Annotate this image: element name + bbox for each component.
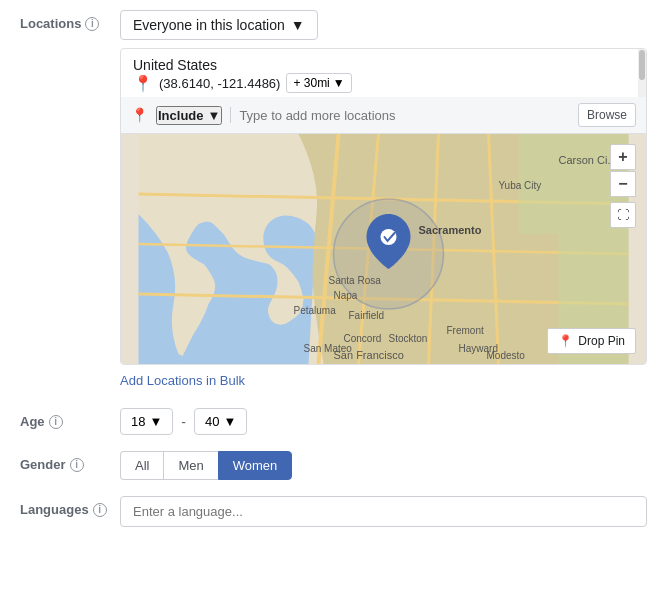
- fullscreen-icon: ⛶: [617, 208, 629, 222]
- location-search-input[interactable]: [239, 108, 570, 123]
- svg-text:Santa Rosa: Santa Rosa: [329, 275, 382, 286]
- svg-text:Yuba City: Yuba City: [499, 180, 542, 191]
- gender-content: All Men Women: [120, 451, 647, 480]
- gender-label: Gender i: [20, 451, 120, 472]
- radius-value: + 30mi: [293, 76, 329, 90]
- gender-buttons: All Men Women: [120, 451, 647, 480]
- age-dash: -: [181, 414, 186, 430]
- age-max-select[interactable]: 40 ▼: [194, 408, 247, 435]
- add-bulk-text: Add Locations in Bulk: [120, 373, 245, 388]
- svg-text:Modesto: Modesto: [487, 350, 526, 361]
- age-label: Age i: [20, 408, 120, 429]
- location-country: United States: [133, 57, 634, 73]
- zoom-out-icon: −: [618, 175, 627, 193]
- include-bar: 📍 Include ▼ Browse: [121, 97, 646, 134]
- languages-info-icon[interactable]: i: [93, 503, 107, 517]
- languages-label-text: Languages: [20, 502, 89, 517]
- age-min-value: 18: [131, 414, 145, 429]
- map-container: Carson Ci... Yuba City Sacramento Santa …: [121, 134, 646, 364]
- scrollbar-track: [638, 49, 646, 97]
- svg-text:Carson Ci...: Carson Ci...: [559, 154, 617, 166]
- age-row: Age i 18 ▼ - 40 ▼: [20, 408, 647, 435]
- location-pin-icon: 📍: [133, 74, 153, 93]
- age-selects: 18 ▼ - 40 ▼: [120, 408, 647, 435]
- age-content: 18 ▼ - 40 ▼: [120, 408, 647, 435]
- scrollbar-thumb: [639, 50, 645, 80]
- gender-women-label: Women: [233, 458, 278, 473]
- zoom-in-icon: +: [618, 148, 627, 166]
- svg-text:Napa: Napa: [334, 290, 358, 301]
- gender-all-button[interactable]: All: [120, 451, 163, 480]
- locations-dropdown-label: Everyone in this location: [133, 17, 285, 33]
- add-bulk-link[interactable]: Add Locations in Bulk: [120, 365, 245, 392]
- include-pin-icon: 📍: [131, 107, 148, 123]
- svg-text:Petaluma: Petaluma: [294, 305, 337, 316]
- include-divider: [230, 107, 231, 123]
- languages-input[interactable]: [120, 496, 647, 527]
- radius-button[interactable]: + 30mi ▼: [286, 73, 351, 93]
- locations-info-icon[interactable]: i: [85, 17, 99, 31]
- age-label-text: Age: [20, 414, 45, 429]
- map-controls: + − ⛶: [610, 144, 636, 228]
- age-max-arrow: ▼: [223, 414, 236, 429]
- gender-women-button[interactable]: Women: [218, 451, 293, 480]
- drop-pin-button[interactable]: 📍 Drop Pin: [547, 328, 636, 354]
- locations-dropdown[interactable]: Everyone in this location ▼: [120, 10, 318, 40]
- coordinates-text: (38.6140, -121.4486): [159, 76, 280, 91]
- locations-label-text: Locations: [20, 16, 81, 31]
- zoom-in-button[interactable]: +: [610, 144, 636, 170]
- svg-text:Fairfield: Fairfield: [349, 310, 385, 321]
- audience-form: Locations i Everyone in this location ▼ …: [0, 0, 667, 553]
- locations-row: Locations i Everyone in this location ▼ …: [20, 10, 647, 392]
- age-min-arrow: ▼: [149, 414, 162, 429]
- location-coords-row: 📍 (38.6140, -121.4486) + 30mi ▼: [133, 73, 634, 93]
- fullscreen-button[interactable]: ⛶: [610, 202, 636, 228]
- svg-text:San Mateo: San Mateo: [304, 343, 353, 354]
- drop-pin-icon: 📍: [558, 334, 573, 348]
- include-label: Include: [158, 108, 204, 123]
- location-box: United States 📍 (38.6140, -121.4486) + 3…: [120, 48, 647, 365]
- svg-text:Fremont: Fremont: [447, 325, 484, 336]
- radius-arrow-icon: ▼: [333, 76, 345, 90]
- languages-label: Languages i: [20, 496, 120, 517]
- age-max-value: 40: [205, 414, 219, 429]
- gender-all-label: All: [135, 458, 149, 473]
- gender-info-icon[interactable]: i: [70, 458, 84, 472]
- gender-row: Gender i All Men Women: [20, 451, 647, 480]
- age-min-select[interactable]: 18 ▼: [120, 408, 173, 435]
- gender-men-button[interactable]: Men: [163, 451, 217, 480]
- zoom-out-button[interactable]: −: [610, 171, 636, 197]
- include-dropdown-button[interactable]: Include ▼: [156, 106, 222, 125]
- gender-label-text: Gender: [20, 457, 66, 472]
- gender-men-label: Men: [178, 458, 203, 473]
- locations-label: Locations i: [20, 10, 120, 31]
- drop-pin-label: Drop Pin: [578, 334, 625, 348]
- languages-content: [120, 496, 647, 527]
- browse-button[interactable]: Browse: [578, 103, 636, 127]
- svg-text:Stockton: Stockton: [389, 333, 428, 344]
- include-arrow-icon: ▼: [208, 108, 221, 123]
- locations-content: Everyone in this location ▼ United State…: [120, 10, 647, 392]
- languages-row: Languages i: [20, 496, 647, 527]
- svg-point-12: [381, 229, 397, 245]
- age-info-icon[interactable]: i: [49, 415, 63, 429]
- location-header: United States 📍 (38.6140, -121.4486) + 3…: [121, 49, 646, 97]
- svg-text:Sacramento: Sacramento: [419, 224, 482, 236]
- dropdown-arrow-icon: ▼: [291, 17, 305, 33]
- browse-label: Browse: [587, 108, 627, 122]
